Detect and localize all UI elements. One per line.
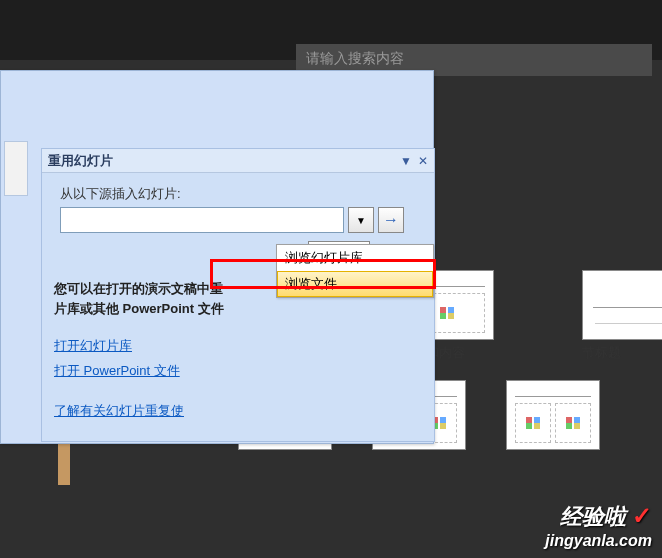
layout-thumb[interactable]: [506, 380, 600, 450]
pane-titlebar: 重用幻灯片 ▼ ✕: [42, 149, 434, 173]
close-icon[interactable]: ✕: [418, 154, 428, 168]
go-button[interactable]: →: [378, 207, 404, 233]
desc-line: 片库或其他 PowerPoint 文件: [54, 301, 224, 316]
layout-caption: 节标题: [582, 344, 662, 362]
source-path-input[interactable]: [60, 207, 344, 233]
insert-from-label: 从以下源插入幻灯片:: [60, 185, 422, 203]
browse-dropdown-menu: 浏览幻灯片库... 浏览文件...: [276, 244, 434, 298]
link-open-file[interactable]: 打开 PowerPoint 文件: [54, 359, 184, 384]
watermark: 经验啦 ✓ jingyanla.com: [545, 502, 652, 550]
pane-description: 您可以在打开的演示文稿中重 片库或其他 PowerPoint 文件: [54, 279, 224, 318]
pane-links: 打开幻灯片库 打开 PowerPoint 文件 了解有关幻灯片重复使: [54, 334, 184, 424]
menu-item-browse-file[interactable]: 浏览文件...: [277, 271, 433, 297]
reuse-slides-pane: 重用幻灯片 ▼ ✕ 从以下源插入幻灯片: ▼ → 浏览 ▼ 浏览幻灯片库... …: [41, 148, 435, 442]
menu-item-browse-library[interactable]: 浏览幻灯片库...: [277, 245, 433, 271]
link-open-library[interactable]: 打开幻灯片库: [54, 334, 184, 359]
layout-thumb-section-header[interactable]: [582, 270, 662, 340]
chevron-down-icon: ▼: [356, 215, 366, 226]
arrow-right-icon: →: [383, 211, 399, 229]
pane-menu-icon[interactable]: ▼: [400, 154, 412, 168]
pane-title: 重用幻灯片: [48, 152, 113, 170]
link-learn-more[interactable]: 了解有关幻灯片重复使: [54, 399, 184, 424]
watermark-url: jingyanla.com: [545, 531, 652, 550]
dropdown-button[interactable]: ▼: [348, 207, 374, 233]
watermark-brand: 经验啦: [560, 504, 626, 529]
check-icon: ✓: [632, 502, 652, 529]
desc-line: 您可以在打开的演示文稿中重: [54, 281, 223, 296]
pane-grip[interactable]: [4, 141, 28, 196]
